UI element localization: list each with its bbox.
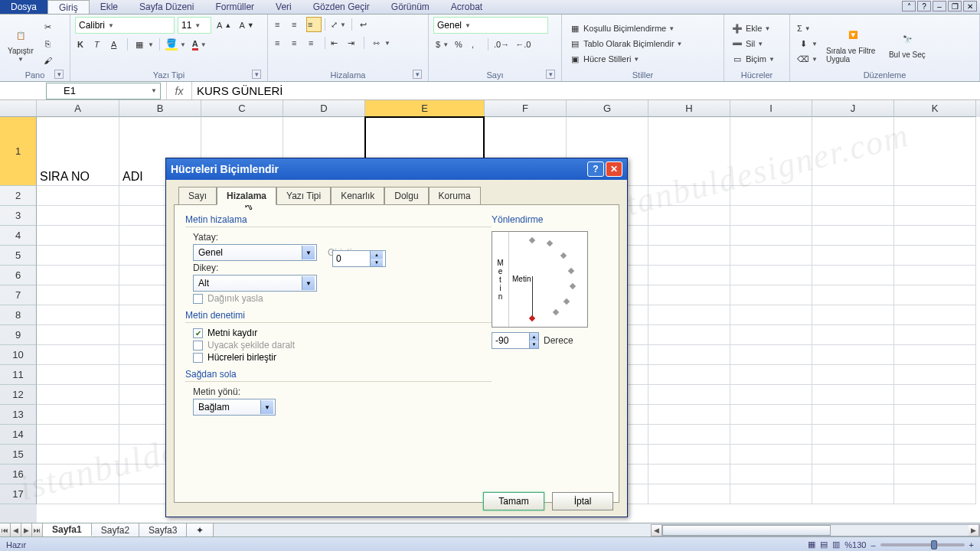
cell[interactable] <box>648 226 730 246</box>
grow-font-button[interactable]: A▲ <box>214 18 234 33</box>
formula-input[interactable]: KURS GÜNLERİ <box>192 82 980 99</box>
degree-input[interactable] <box>492 335 529 346</box>
win-close-icon[interactable]: ✕ <box>963 1 977 11</box>
cell[interactable] <box>730 186 812 206</box>
row-header[interactable]: 8 <box>0 305 37 325</box>
cell[interactable] <box>648 186 730 206</box>
cell[interactable] <box>812 465 894 484</box>
cell[interactable] <box>37 425 119 445</box>
align-left-button[interactable]: ≡ <box>273 35 288 51</box>
cell[interactable] <box>812 285 894 305</box>
indent-input[interactable] <box>333 253 370 264</box>
cell[interactable]: SIRA NO <box>37 117 119 186</box>
cell[interactable] <box>730 385 812 405</box>
cell[interactable] <box>894 445 976 465</box>
comma-button[interactable]: , <box>469 37 485 52</box>
cell[interactable] <box>648 325 730 345</box>
cell[interactable] <box>37 484 119 504</box>
column-header[interactable]: I <box>730 100 812 117</box>
cell[interactable] <box>894 266 976 285</box>
menu-acrobat[interactable]: Acrobat <box>440 0 493 14</box>
cell[interactable] <box>894 385 976 405</box>
new-sheet-button[interactable]: ✦ <box>187 523 214 536</box>
cell[interactable] <box>648 465 730 484</box>
cell[interactable] <box>894 246 976 266</box>
menu-data[interactable]: Veri <box>265 0 302 14</box>
view-break-icon[interactable]: ▥ <box>832 540 840 549</box>
cancel-button[interactable]: İptal <box>552 492 613 510</box>
font-color-button[interactable]: A▼ <box>190 37 209 52</box>
help-icon[interactable]: ? <box>917 1 931 11</box>
sheet-nav-prev[interactable]: ◀ <box>11 523 21 536</box>
cell[interactable] <box>894 405 976 425</box>
fill-button[interactable]: ⬇▼ <box>795 36 820 51</box>
view-layout-icon[interactable]: ▤ <box>820 540 828 549</box>
row-header[interactable]: 5 <box>0 246 37 266</box>
cell[interactable] <box>730 425 812 445</box>
menu-view[interactable]: Görünüm <box>381 0 440 14</box>
win-restore-icon[interactable]: ❐ <box>948 1 962 11</box>
orientation-vertical-text[interactable]: Metin <box>492 232 509 327</box>
cell[interactable] <box>37 266 119 285</box>
cell[interactable] <box>37 405 119 425</box>
column-header[interactable]: B <box>119 100 201 117</box>
borders-button[interactable]: ▦▼ <box>131 37 156 52</box>
cell[interactable] <box>812 206 894 226</box>
sort-filter-button[interactable]: 🔽 Sırala ve Filtre Uygula <box>823 23 883 65</box>
column-header[interactable]: C <box>201 100 283 117</box>
cell[interactable] <box>730 405 812 425</box>
cell[interactable] <box>37 445 119 465</box>
row-header[interactable]: 16 <box>0 465 37 484</box>
row-header[interactable]: 9 <box>0 325 37 345</box>
cell[interactable] <box>730 484 812 504</box>
cell[interactable] <box>812 365 894 385</box>
tab-protection[interactable]: Koruma <box>429 187 481 205</box>
cell[interactable] <box>648 266 730 285</box>
conditional-format-button[interactable]: ▦Koşullu Biçimlendirme▼ <box>567 21 685 36</box>
find-select-button[interactable]: 🔭 Bul ve Seç <box>886 27 929 60</box>
column-header[interactable]: J <box>812 100 894 117</box>
decrease-decimal-button[interactable]: ←.0 <box>513 37 533 52</box>
row-header[interactable]: 6 <box>0 266 37 285</box>
column-header[interactable]: H <box>648 100 730 117</box>
cell[interactable] <box>730 325 812 345</box>
row-header[interactable]: 2 <box>0 186 37 206</box>
tab-border[interactable]: Kenarlık <box>331 187 384 205</box>
delete-cells-button[interactable]: ➖Sil▼ <box>729 36 777 51</box>
text-direction-selector[interactable]: Bağlam▼ <box>193 399 276 416</box>
cell[interactable] <box>37 465 119 484</box>
cell[interactable] <box>894 345 976 365</box>
cell[interactable] <box>648 246 730 266</box>
cell[interactable] <box>812 325 894 345</box>
dialog-close-button[interactable]: ✕ <box>606 161 622 177</box>
cell[interactable] <box>894 117 976 186</box>
merge-cells-checkbox[interactable]: Hücreleri birleştir <box>193 352 608 363</box>
cell[interactable] <box>812 484 894 504</box>
cell[interactable] <box>894 226 976 246</box>
expand-icon[interactable]: ▾ <box>54 70 64 79</box>
format-painter-button[interactable]: 🖌 <box>40 53 57 68</box>
clear-button[interactable]: ⌫▼ <box>795 51 820 67</box>
column-header[interactable]: K <box>894 100 976 117</box>
select-all-button[interactable] <box>0 100 37 117</box>
row-header[interactable]: 7 <box>0 285 37 305</box>
cell[interactable] <box>894 206 976 226</box>
row-header[interactable]: 13 <box>0 405 37 425</box>
sheet-nav-first[interactable]: ⏮ <box>0 523 11 536</box>
vertical-align-selector[interactable]: Alt▼ <box>193 275 317 292</box>
column-header[interactable]: F <box>485 100 567 117</box>
cell[interactable] <box>648 345 730 365</box>
decrease-indent-button[interactable]: ⇤ <box>328 35 344 51</box>
cell[interactable] <box>894 365 976 385</box>
cell[interactable] <box>648 484 730 504</box>
column-header[interactable]: A <box>37 100 119 117</box>
bold-button[interactable]: K <box>75 37 90 52</box>
cell[interactable] <box>37 186 119 206</box>
cell[interactable] <box>812 425 894 445</box>
cell[interactable] <box>730 365 812 385</box>
orientation-degree-spinner[interactable]: ▲▼ <box>492 332 539 349</box>
menu-home[interactable]: Giriş <box>47 0 90 14</box>
dialog-titlebar[interactable]: Hücreleri Biçimlendir ? ✕ <box>166 158 627 180</box>
expand-icon[interactable]: ▾ <box>546 70 555 79</box>
font-name-selector[interactable]: Calibri▼ <box>75 17 175 34</box>
